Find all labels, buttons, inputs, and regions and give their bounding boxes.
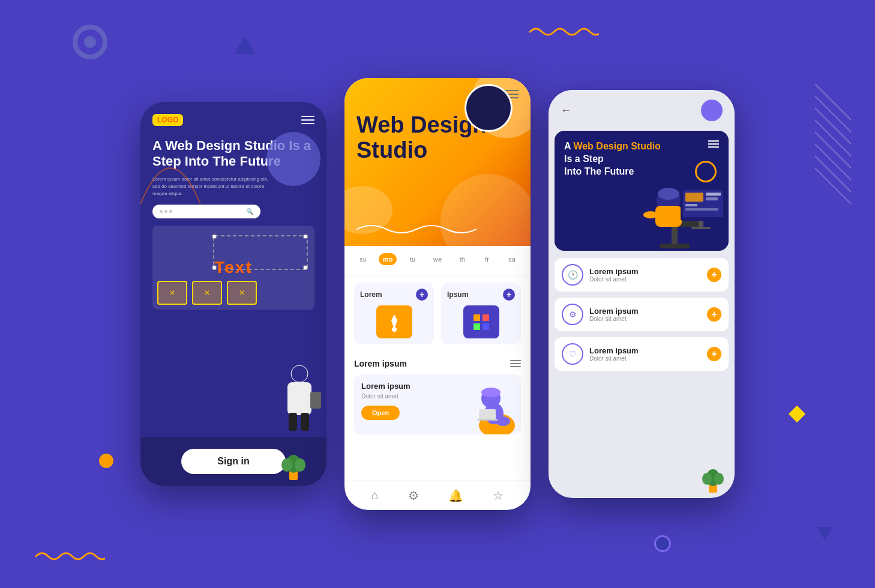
- phone3-hamburger[interactable]: [708, 140, 719, 149]
- phone2-hero: Web Design Studio: [344, 78, 531, 246]
- p3-item-sub-2: Dolor sit amet: [589, 355, 701, 362]
- phone3-header: ←: [549, 90, 735, 131]
- nav-settings-icon[interactable]: ⚙: [408, 488, 419, 503]
- p3-gear-icon: ⚙: [562, 304, 583, 325]
- svg-point-55: [714, 473, 724, 485]
- hero-arc-decor: [140, 144, 200, 204]
- person-at-computer: [609, 167, 729, 251]
- svg-point-42: [643, 211, 658, 218]
- nav-home-icon[interactable]: ⌂: [371, 488, 379, 503]
- phone1-search-bar[interactable]: 🔍: [152, 205, 260, 218]
- p3-plus-btn-1[interactable]: +: [707, 307, 721, 322]
- card1-label: Lorem: [360, 290, 382, 299]
- phone2-card-1: Lorem +: [354, 283, 434, 344]
- p3-heart-icon: ♡: [562, 343, 583, 365]
- list-section-menu[interactable]: [510, 360, 521, 367]
- p3-list-item-0: 🕐 Lorem ipsum Dolor sit amet +: [555, 258, 729, 292]
- p3-list-item-1: ⚙ Lorem ipsum Dolor sit amet +: [555, 298, 729, 331]
- back-button[interactable]: ←: [561, 104, 571, 117]
- sitting-person-figure: [464, 380, 518, 434]
- main-container: LOGO A Web Design Studio Is a Step Into …: [0, 0, 875, 588]
- canvas-grid: [152, 276, 262, 310]
- plant-decoration-3: [700, 462, 727, 495]
- p3-item-title-2: Lorem ipsum: [589, 346, 701, 355]
- svg-rect-14: [304, 266, 307, 269]
- pen-tool-icon: [385, 311, 403, 332]
- svg-point-31: [481, 388, 501, 397]
- svg-rect-17: [289, 413, 297, 431]
- svg-rect-16: [287, 382, 311, 415]
- card2-header: Ipsum +: [447, 289, 515, 301]
- list-section-title: Lorem ipsum: [354, 359, 407, 368]
- svg-rect-41: [655, 206, 682, 227]
- svg-point-54: [702, 473, 712, 485]
- svg-rect-35: [477, 419, 498, 421]
- hamburger-menu[interactable]: [301, 116, 314, 124]
- lorem-card: Lorem ipsum Dolor sit amet Open: [354, 374, 521, 434]
- p3-plus-btn-0[interactable]: +: [707, 268, 721, 282]
- svg-rect-51: [691, 227, 711, 229]
- calendar-days-row: su mo tu we th fr sa: [354, 253, 521, 265]
- card1-plus-btn[interactable]: +: [416, 289, 428, 301]
- svg-rect-49: [685, 208, 718, 211]
- canvas-text-label: Text: [214, 258, 253, 277]
- phone2-bottom-nav: ⌂ ⚙ 🔔 ☆: [344, 481, 531, 510]
- cal-day-fr[interactable]: fr: [478, 253, 496, 265]
- phone3-dark-section: A Web Design StudioIs a StepInto The Fut…: [555, 131, 729, 251]
- svg-point-40: [658, 188, 679, 200]
- hero-wave-line: [356, 222, 477, 237]
- svg-rect-25: [474, 314, 480, 321]
- svg-rect-34: [479, 409, 496, 420]
- hero-circle-decor: [266, 132, 320, 186]
- palette-icon: [472, 313, 490, 331]
- svg-rect-12: [304, 235, 307, 238]
- signin-button[interactable]: Sign in: [181, 449, 285, 474]
- card1-icon: [376, 305, 412, 338]
- svg-rect-19: [310, 392, 321, 409]
- svg-rect-48: [685, 204, 697, 206]
- phone3-list: 🕐 Lorem ipsum Dolor sit amet + ⚙ Lorem i…: [549, 251, 735, 498]
- p3-clock-icon: 🕐: [562, 264, 583, 286]
- search-icon-small: 🔍: [246, 208, 253, 215]
- phone2-cards: Lorem + Ipsum +: [344, 275, 531, 352]
- phone1-canvas-area: Text: [152, 226, 314, 310]
- cal-day-th[interactable]: th: [453, 253, 471, 265]
- svg-rect-46: [706, 193, 721, 196]
- phone1-signin-area: Sign in: [140, 437, 326, 486]
- search-dots: [160, 210, 172, 213]
- svg-rect-11: [212, 235, 216, 238]
- cal-day-sa[interactable]: sa: [503, 253, 521, 265]
- phone-3: ← A Web Design StudioIs a StepInto The F…: [549, 90, 735, 498]
- svg-rect-47: [706, 197, 718, 200]
- cal-day-mo[interactable]: mo: [379, 253, 397, 265]
- nav-bell-icon[interactable]: 🔔: [448, 488, 463, 503]
- phone2-list-section: Lorem ipsum Lorem ipsum Dolor sit amet O…: [344, 352, 531, 481]
- p3-item-sub-1: Dolor sit amet: [589, 316, 701, 322]
- cal-day-su[interactable]: su: [354, 253, 372, 265]
- blob-circle-2: [465, 84, 513, 132]
- person-figure-1: [275, 356, 323, 434]
- logo-accent: O: [173, 116, 178, 124]
- cal-day-tu[interactable]: tu: [404, 253, 422, 265]
- nav-star-icon[interactable]: ☆: [493, 488, 504, 503]
- plant-decoration-1: [278, 447, 308, 483]
- p3-item-text-1: Lorem ipsum Dolor sit amet: [589, 307, 701, 322]
- phone1-hero: A Web Design Studio Is a Step Into The F…: [140, 132, 326, 437]
- card2-plus-btn[interactable]: +: [503, 289, 515, 301]
- phone-1: LOGO A Web Design Studio Is a Step Into …: [140, 102, 326, 486]
- card2-icon: [463, 305, 499, 338]
- accent-circle: [701, 100, 723, 121]
- p3-item-title-1: Lorem ipsum: [589, 307, 701, 316]
- p3-plus-btn-2[interactable]: +: [707, 347, 721, 361]
- phone3-title-accent: Web Design Studio: [573, 141, 660, 151]
- list-section-header: Lorem ipsum: [354, 359, 521, 368]
- cal-day-we[interactable]: we: [428, 253, 447, 265]
- svg-rect-38: [660, 244, 690, 248]
- p3-list-item-2: ♡ Lorem ipsum Dolor sit amet +: [555, 337, 729, 371]
- svg-point-33: [496, 416, 510, 426]
- svg-point-24: [392, 327, 397, 332]
- svg-rect-18: [301, 413, 309, 431]
- svg-point-15: [291, 365, 308, 382]
- p3-item-text-2: Lorem ipsum Dolor sit amet: [589, 346, 701, 362]
- open-button[interactable]: Open: [361, 406, 400, 420]
